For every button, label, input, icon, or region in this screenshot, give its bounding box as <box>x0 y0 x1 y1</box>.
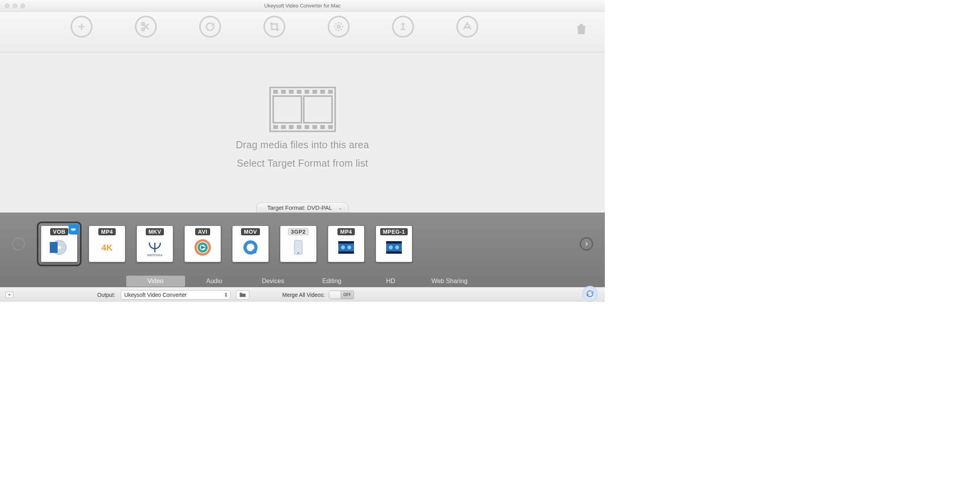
svg-point-23 <box>58 246 61 249</box>
tab-web-sharing[interactable]: Web Sharing <box>420 276 479 287</box>
format-card-mp4-1[interactable]: MP44K <box>89 225 125 262</box>
svg-rect-15 <box>281 125 286 129</box>
svg-rect-41 <box>386 251 402 254</box>
trim-button[interactable] <box>135 16 157 38</box>
convert-button[interactable] <box>582 286 598 302</box>
empty-bottom <box>0 302 605 498</box>
target-format-dropdown[interactable]: Target Format: DVD-PAL ⌄ <box>256 202 349 213</box>
format-card-mkv-2[interactable]: MKVMATROSKA <box>136 225 173 262</box>
format-card-mp4-6[interactable]: MP4 <box>328 225 365 262</box>
output-label: Output: <box>97 292 115 298</box>
svg-rect-40 <box>386 241 402 244</box>
svg-rect-17 <box>297 125 301 129</box>
svg-text:MATROSKA: MATROSKA <box>147 254 163 256</box>
output-folder-value: Ukeysoft Video Converter <box>124 292 187 298</box>
tab-audio[interactable]: Audio <box>185 276 244 287</box>
drop-hint-1: Drag media files into this area <box>236 139 369 151</box>
format-card-mov-4[interactable]: MOV <box>232 225 269 262</box>
svg-rect-5 <box>304 96 332 123</box>
svg-rect-20 <box>320 125 325 129</box>
app-window: Ukeysoft Video Converter for Mac Drag me… <box>0 0 605 302</box>
svg-rect-11 <box>312 90 317 94</box>
svg-rect-6 <box>273 90 278 94</box>
tab-editing[interactable]: Editing <box>303 276 361 287</box>
format-art-icon <box>41 235 77 260</box>
add-output-button[interactable]: + <box>5 292 13 298</box>
merge-state: OFF <box>341 293 354 297</box>
svg-rect-18 <box>305 125 309 129</box>
add-file-button[interactable] <box>71 16 93 38</box>
subtitle-button[interactable] <box>392 16 414 38</box>
format-badge: 3GP2 <box>288 228 309 235</box>
format-art-icon: 4K <box>89 235 125 260</box>
browse-folder-button[interactable] <box>236 290 249 300</box>
format-strip: VOBMP44KMKVMATROSKAAVIMOV3GP2MP4MPEG-1 V… <box>0 213 605 287</box>
format-cards: VOBMP44KMKVMATROSKAAVIMOV3GP2MP4MPEG-1 <box>41 225 412 262</box>
output-folder-select[interactable]: Ukeysoft Video Converter ▲▼ <box>121 290 230 300</box>
film-icon <box>269 87 336 132</box>
format-badge: MOV <box>241 228 260 235</box>
svg-rect-35 <box>338 241 354 244</box>
svg-rect-36 <box>338 251 354 254</box>
svg-rect-7 <box>281 90 286 94</box>
svg-rect-24 <box>50 242 58 253</box>
svg-rect-14 <box>273 125 278 129</box>
svg-text:4K: 4K <box>102 243 113 253</box>
chevron-down-icon: ⌄ <box>338 205 342 211</box>
drop-area[interactable]: Drag media files into this area Select T… <box>0 53 605 203</box>
gear-icon[interactable] <box>69 224 79 234</box>
svg-rect-10 <box>305 90 309 94</box>
svg-rect-4 <box>273 96 301 123</box>
target-format-label: Target Format: DVD-PAL <box>267 204 332 211</box>
format-art-icon <box>280 235 316 260</box>
category-tabs: VideoAudioDevicesEditingHDWeb Sharing <box>0 275 605 287</box>
format-card-vob-0[interactable]: VOB <box>41 225 78 262</box>
window-title: Ukeysoft Video Converter for Mac <box>0 3 605 9</box>
format-badge: MKV <box>146 228 164 235</box>
watermark-button[interactable] <box>456 16 478 38</box>
empty-right <box>605 0 980 498</box>
svg-point-43 <box>395 245 399 249</box>
store-button[interactable] <box>573 21 589 37</box>
svg-rect-3 <box>270 87 335 131</box>
tab-hd[interactable]: HD <box>361 276 420 287</box>
merge-toggle[interactable]: OFF <box>329 291 354 299</box>
effects-button[interactable] <box>328 16 350 38</box>
svg-rect-13 <box>328 90 333 94</box>
merge-label: Merge All Videos: <box>282 292 325 298</box>
footer: + Output: Ukeysoft Video Converter ▲▼ Me… <box>0 287 605 302</box>
format-badge: MPEG-1 <box>380 228 408 235</box>
scroll-right-button[interactable] <box>580 237 593 251</box>
format-art-icon <box>376 235 412 260</box>
svg-point-33 <box>298 252 299 254</box>
drop-hint-2: Select Target Format from list <box>237 158 368 169</box>
svg-point-2 <box>338 25 340 28</box>
format-card-avi-3[interactable]: AVI <box>184 225 221 262</box>
svg-rect-21 <box>328 125 333 129</box>
format-badge: MP4 <box>98 228 116 235</box>
svg-point-38 <box>347 245 351 249</box>
tab-video[interactable]: Video <box>126 276 185 287</box>
titlebar: Ukeysoft Video Converter for Mac <box>0 0 605 12</box>
format-badge: AVI <box>195 228 210 235</box>
svg-point-42 <box>389 245 393 249</box>
format-art-icon <box>185 235 221 260</box>
scroll-left-button[interactable] <box>12 237 25 251</box>
updown-icon: ▲▼ <box>224 292 228 298</box>
format-badge: MP4 <box>338 228 355 235</box>
svg-rect-8 <box>289 90 294 94</box>
format-card-mpeg-1-7[interactable]: MPEG-1 <box>376 225 412 262</box>
crop-button[interactable] <box>263 16 285 38</box>
svg-rect-9 <box>297 90 301 94</box>
format-art-icon <box>232 235 269 260</box>
format-card-3gp2-5[interactable]: 3GP2 <box>280 225 317 262</box>
svg-point-37 <box>341 245 345 249</box>
tab-devices[interactable]: Devices <box>244 276 303 287</box>
svg-rect-12 <box>320 90 325 94</box>
rotate-button[interactable] <box>199 16 221 38</box>
svg-rect-19 <box>312 125 317 129</box>
svg-marker-29 <box>201 246 206 249</box>
svg-rect-16 <box>289 125 294 129</box>
toolbar <box>0 12 605 53</box>
format-art-icon: MATROSKA <box>137 235 173 260</box>
